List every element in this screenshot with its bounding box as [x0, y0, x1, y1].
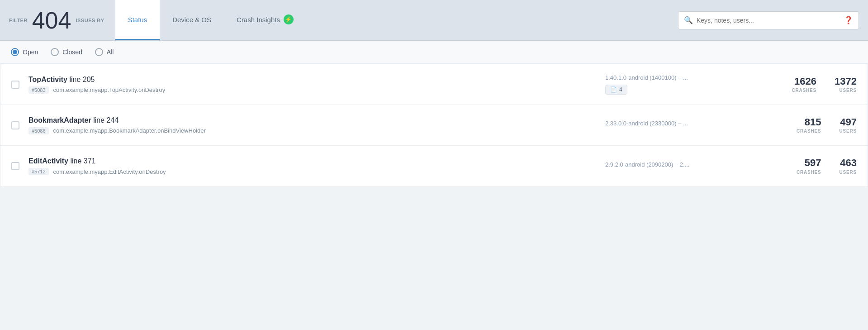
issue-meta-2: #5712 com.example.myapp.EditActivity.onD… [28, 168, 594, 175]
file-badge-0[interactable]: 📄 4 [605, 85, 627, 95]
filter-text: FILTER [9, 18, 28, 23]
issue-version-col-0: 1.40.1.0-android (1400100) – ... 📄 4 [594, 74, 739, 95]
crashes-count-1: 815 [797, 117, 821, 128]
issue-path-0: com.example.myapp.TopActivity.onDestroy [53, 86, 166, 93]
issue-stats-2: 597 CRASHES 463 USERS [739, 158, 857, 174]
issue-title-2: EditActivity line 371 [28, 157, 594, 165]
issue-title-bold-0: TopActivity [28, 76, 67, 83]
issue-meta-0: #5083 com.example.myapp.TopActivity.onDe… [28, 86, 594, 94]
filter-open[interactable]: Open [11, 48, 38, 56]
help-icon[interactable]: ❓ [844, 16, 853, 24]
users-count-1: 497 [840, 117, 857, 128]
issue-stats-0: 1626 CRASHES 1372 USERS [739, 76, 857, 93]
issues-table: TopActivity line 205 #5083 com.example.m… [0, 64, 868, 187]
tab-status[interactable]: Status [115, 0, 160, 40]
crashes-label-0: CRASHES [792, 88, 817, 93]
issue-checkbox-2[interactable] [11, 162, 19, 170]
filter-all[interactable]: All [95, 48, 114, 56]
users-label-1: USERS [840, 129, 857, 134]
issue-path-1: com.example.myapp.BookmarkAdapter.onBind… [53, 127, 206, 134]
issue-title-bold-2: EditActivity [28, 157, 68, 165]
crashes-label-2: CRASHES [797, 170, 821, 175]
issue-meta-1: #5086 com.example.myapp.BookmarkAdapter.… [28, 127, 594, 134]
issue-title-0: TopActivity line 205 [28, 76, 594, 84]
crash-insights-badge: ⚡ [284, 14, 294, 24]
issue-title-bold-1: BookmarkAdapter [28, 116, 91, 124]
table-row: TopActivity line 205 #5083 com.example.m… [0, 64, 868, 105]
issue-id-0: #5083 [28, 86, 49, 94]
issue-checkbox-1[interactable] [11, 121, 19, 129]
filter-closed[interactable]: Closed [51, 48, 82, 56]
filter-all-label: All [107, 48, 114, 56]
radio-open [11, 48, 19, 56]
issue-id-2: #5712 [28, 168, 49, 175]
radio-closed [51, 48, 59, 56]
crashes-count-0: 1626 [792, 76, 817, 87]
tab-device-os-label: Device & OS [172, 16, 211, 24]
users-stat-2: 463 USERS [840, 158, 857, 174]
tab-crash-insights-label: Crash Insights [237, 16, 280, 24]
search-input[interactable] [697, 17, 840, 24]
users-count-2: 463 [840, 158, 857, 168]
search-box: 🔍 ❓ [678, 11, 859, 29]
table-row: BookmarkAdapter line 244 #5086 com.examp… [0, 105, 868, 146]
issue-main-1: BookmarkAdapter line 244 #5086 com.examp… [28, 116, 594, 134]
issue-title-normal-2: line 371 [68, 157, 96, 165]
issue-main-0: TopActivity line 205 #5083 com.example.m… [28, 76, 594, 94]
filter-open-label: Open [23, 48, 38, 56]
filter-label-group: FILTER 404 ISSUES BY [9, 0, 115, 40]
crashes-label-1: CRASHES [797, 129, 821, 134]
issue-main-2: EditActivity line 371 #5712 com.example.… [28, 157, 594, 175]
crashes-stat-1: 815 CRASHES [797, 117, 821, 134]
users-stat-0: 1372 USERS [835, 76, 857, 93]
crashes-stat-2: 597 CRASHES [797, 158, 821, 174]
tab-device-os[interactable]: Device & OS [160, 0, 224, 40]
tabs: Status Device & OS Crash Insights ⚡ [115, 0, 669, 40]
version-text-1: 2.33.0.0-android (2330000) – ... [605, 120, 728, 127]
file-icon-0: 📄 [610, 86, 617, 93]
search-icon: 🔍 [684, 16, 693, 24]
users-stat-1: 497 USERS [840, 117, 857, 134]
issue-title-1: BookmarkAdapter line 244 [28, 116, 594, 124]
issues-by-text: ISSUES BY [76, 18, 104, 23]
users-count-0: 1372 [835, 76, 857, 87]
filter-bar: FILTER 404 ISSUES BY Status Device & OS … [0, 0, 868, 41]
table-row: EditActivity line 371 #5712 com.example.… [0, 146, 868, 187]
version-text-2: 2.9.2.0-android (2090200) – 2.... [605, 161, 728, 168]
filter-closed-label: Closed [62, 48, 82, 56]
issue-checkbox-0[interactable] [11, 81, 19, 89]
issue-count: 404 [32, 9, 71, 32]
search-area: 🔍 ❓ [669, 0, 859, 40]
issue-stats-1: 815 CRASHES 497 USERS [739, 117, 857, 134]
file-count-0: 4 [619, 86, 622, 93]
issue-version-col-2: 2.9.2.0-android (2090200) – 2.... [594, 161, 739, 172]
crashes-stat-0: 1626 CRASHES [792, 76, 817, 93]
issue-id-1: #5086 [28, 127, 49, 134]
users-label-0: USERS [835, 88, 857, 93]
crashes-count-2: 597 [797, 158, 821, 168]
issue-path-2: com.example.myapp.EditActivity.onDestroy [53, 168, 166, 175]
radio-all [95, 48, 103, 56]
issue-title-normal-1: line 244 [91, 116, 119, 124]
version-text-0: 1.40.1.0-android (1400100) – ... [605, 74, 728, 81]
users-label-2: USERS [840, 170, 857, 175]
app-container: FILTER 404 ISSUES BY Status Device & OS … [0, 0, 868, 330]
lightning-icon: ⚡ [285, 16, 292, 23]
tab-crash-insights[interactable]: Crash Insights ⚡ [224, 0, 306, 40]
issue-version-col-1: 2.33.0.0-android (2330000) – ... [594, 120, 739, 130]
issue-title-normal-0: line 205 [67, 76, 95, 83]
tab-status-label: Status [128, 16, 147, 24]
status-filter-row: Open Closed All [0, 41, 868, 64]
